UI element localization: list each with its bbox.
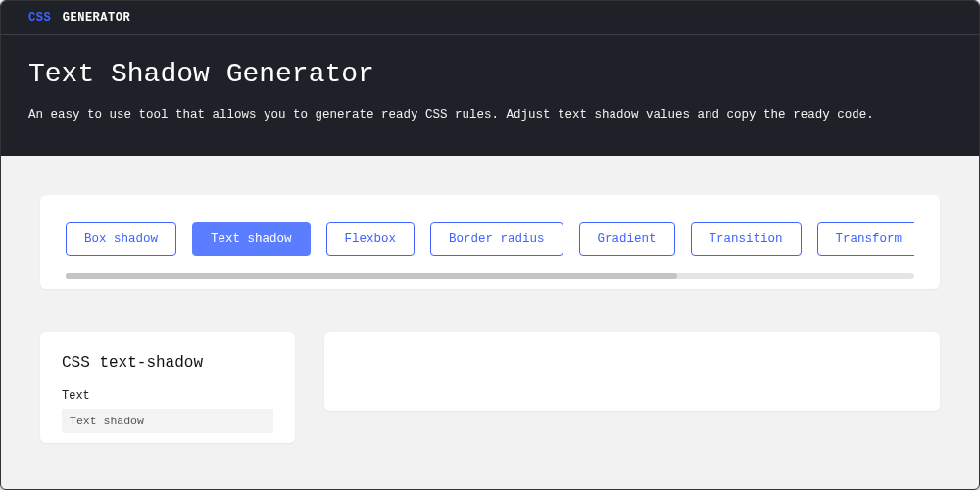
brand-logo[interactable]: CSS GENERATOR — [28, 11, 130, 24]
page-title: Text Shadow Generator — [28, 59, 952, 89]
controls-heading: CSS text-shadow — [62, 354, 273, 371]
tab-transition[interactable]: Transition — [691, 222, 802, 256]
brand-prefix: CSS — [28, 11, 51, 24]
top-bar: CSS GENERATOR — [1, 1, 979, 35]
tabs-row: Box shadow Text shadow Flexbox Border ra… — [66, 222, 914, 273]
main-content: Box shadow Text shadow Flexbox Border ra… — [1, 156, 979, 443]
tab-gradient[interactable]: Gradient — [579, 222, 675, 256]
text-field-label: Text — [62, 389, 273, 403]
hero-section: Text Shadow Generator An easy to use too… — [1, 35, 979, 156]
text-field-input[interactable] — [62, 409, 273, 433]
tabs-scrollbar-track[interactable] — [66, 273, 914, 279]
tabs-card: Box shadow Text shadow Flexbox Border ra… — [40, 195, 940, 289]
tab-box-shadow[interactable]: Box shadow — [66, 222, 176, 256]
tab-transform[interactable]: Transform — [817, 222, 914, 256]
panels-row: CSS text-shadow Text — [40, 332, 940, 443]
controls-panel: CSS text-shadow Text — [40, 332, 295, 443]
page-subtitle: An easy to use tool that allows you to g… — [28, 105, 952, 124]
brand-suffix: GENERATOR — [63, 11, 130, 24]
tab-text-shadow[interactable]: Text shadow — [192, 222, 311, 256]
tab-flexbox[interactable]: Flexbox — [326, 222, 416, 256]
tab-border-radius[interactable]: Border radius — [430, 222, 564, 256]
preview-panel — [324, 332, 940, 411]
tabs-scrollbar-thumb[interactable] — [66, 273, 677, 279]
